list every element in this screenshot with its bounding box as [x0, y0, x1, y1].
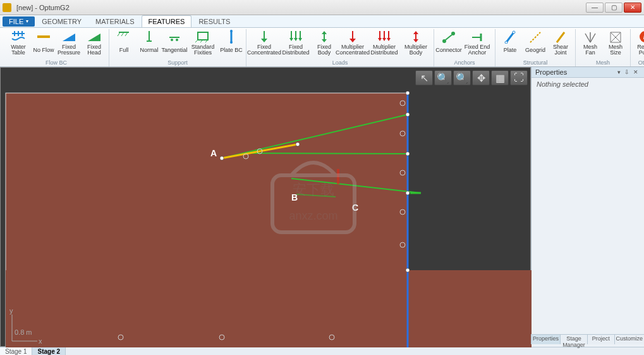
fixed-concentrated-button[interactable]: Fixed Concentrated	[249, 29, 279, 56]
label-a: A	[210, 148, 217, 158]
tab-materials[interactable]: MATERIALS	[88, 15, 142, 27]
tab-geometry[interactable]: GEOMETRY	[35, 15, 88, 27]
multiplier-concentrated-button[interactable]: Multiplier Concentrated	[337, 29, 368, 56]
svg-line-26	[446, 35, 452, 40]
multiplier-distributed-button[interactable]: Multiplier Distributed	[369, 29, 399, 56]
geogrid-label: Geogrid	[525, 44, 545, 56]
workzone: A B C 安下载 anxz.com yx 0.8 m ↖🔍🔍✥▦⛶ Prope…	[0, 67, 644, 347]
svg-text:anxz.com: anxz.com	[289, 209, 337, 222]
fixed-pressure-button[interactable]: Fixed Pressure	[57, 29, 81, 56]
grid-toggle[interactable]: ▦	[491, 70, 509, 85]
mesh-size-button[interactable]: Mesh Size	[604, 29, 628, 56]
properties-header: Properties ▾ ⇩ ✕	[532, 67, 644, 78]
arrow-down-icon	[345, 30, 360, 44]
tangential-label: Tangential	[161, 44, 187, 56]
svg-point-52	[406, 113, 410, 116]
group-label: Mesh	[596, 59, 610, 66]
svg-line-43	[245, 153, 408, 154]
group-label: Support	[167, 59, 188, 66]
support-full-icon	[116, 30, 131, 44]
water-table-icon	[11, 30, 26, 44]
water-table-button[interactable]: Water Table	[6, 29, 30, 56]
pan[interactable]: ✥	[472, 70, 490, 85]
shear-icon	[553, 30, 568, 44]
footer-tab-stage-manager[interactable]: Stage Manager	[560, 335, 587, 344]
tab-features[interactable]: FEATURES	[142, 15, 192, 27]
full-button[interactable]: Full	[112, 29, 136, 56]
group-loads: Fixed ConcentratedFixed DistributedFixed…	[246, 29, 434, 66]
ribbon: Water TableNo FlowFixed PressureFixed He…	[0, 28, 644, 67]
fixed-distributed-button[interactable]: Fixed Distributed	[281, 29, 311, 56]
zoom-in[interactable]: 🔍	[434, 70, 452, 85]
zoom-window[interactable]: 🔍	[453, 70, 471, 85]
plate-bc-button[interactable]: Plate BC	[219, 29, 243, 56]
fixed-concentrated-label: Fixed Concentrated	[247, 44, 281, 56]
fixed-distributed-label: Fixed Distributed	[281, 44, 311, 56]
fixed-body-button[interactable]: Fixed Body	[312, 29, 336, 56]
result-point-button[interactable]: nResult Point	[633, 29, 644, 56]
file-menu[interactable]: FILE	[3, 16, 35, 27]
connector-button[interactable]: Connector	[437, 29, 461, 56]
multiplier-concentrated-label: Multiplier Concentrated	[336, 44, 370, 56]
properties-title: Properties	[535, 68, 567, 76]
canvas[interactable]: A B C 安下载 anxz.com yx 0.8 m ↖🔍🔍✥▦⛶	[0, 67, 531, 347]
stage-tab-stage-2[interactable]: Stage 2	[32, 347, 66, 355]
mesh-fan-button[interactable]: Mesh Fan	[578, 29, 602, 56]
geogrid-button[interactable]: Geogrid	[523, 29, 547, 56]
svg-point-49	[220, 156, 224, 160]
svg-line-34	[585, 34, 590, 42]
wedge-blue-icon	[61, 30, 76, 44]
connector-icon	[441, 30, 456, 44]
svg-line-10	[195, 40, 198, 42]
multiplier-body-label: Multiplier Body	[401, 44, 431, 56]
fixed-end-anchor-label: Fixed End Anchor	[462, 44, 492, 56]
footer-tab-customize[interactable]: Customize	[614, 335, 645, 344]
standard-fixities-button[interactable]: Standard Fixities	[188, 29, 218, 56]
svg-rect-9	[198, 32, 208, 40]
mesh-fan-label: Mesh Fan	[578, 44, 602, 56]
fit[interactable]: ⛶	[510, 70, 528, 85]
full-label: Full	[119, 44, 129, 56]
svg-text:y: y	[9, 307, 13, 315]
water-table-label: Water Table	[6, 44, 30, 56]
tab-results[interactable]: RESULTS	[191, 15, 237, 27]
multiplier-body-button[interactable]: Multiplier Body	[401, 29, 431, 56]
svg-point-15	[230, 41, 233, 44]
stage-tab-stage-1[interactable]: Stage 1	[0, 347, 32, 355]
arrows-down-icon	[377, 30, 392, 44]
maximize-button[interactable]: ▢	[605, 3, 623, 13]
viewport-toolbar: ↖🔍🔍✥▦⛶	[415, 70, 528, 85]
minimize-button[interactable]: —	[586, 3, 604, 13]
mesh-size-icon	[608, 30, 623, 44]
arrow-down-icon	[257, 30, 272, 44]
no-flow-button[interactable]: No Flow	[32, 29, 56, 56]
group-anchors: ConnectorFixed End AnchorAnchors	[434, 29, 495, 66]
footer-tab-project[interactable]: Project	[587, 335, 614, 344]
fixed-body-label: Fixed Body	[312, 44, 336, 56]
svg-text:x: x	[39, 337, 42, 345]
arrow-tool[interactable]: ↖	[415, 70, 433, 85]
shear-joint-button[interactable]: Shear Joint	[549, 29, 573, 56]
tangential-button[interactable]: Tangential	[162, 29, 186, 56]
properties-close-icon[interactable]: ✕	[633, 69, 638, 75]
group-label: Other	[638, 59, 644, 66]
svg-point-31	[513, 31, 515, 34]
properties-pin-icon[interactable]: ⇩	[624, 69, 629, 75]
footer-tab-properties[interactable]: Properties	[531, 335, 560, 344]
anchor-icon	[470, 30, 485, 44]
arrow-updown-icon	[408, 30, 423, 44]
normal-button[interactable]: Normal	[137, 29, 161, 56]
canvas-svg[interactable]: A B C 安下载 anxz.com yx 0.8 m	[1, 68, 532, 347]
fixed-end-anchor-button[interactable]: Fixed End Anchor	[462, 29, 492, 56]
svg-rect-0	[37, 35, 50, 38]
normal-label: Normal	[140, 44, 158, 56]
properties-dropdown-icon[interactable]: ▾	[617, 69, 621, 75]
plate-icon	[502, 30, 518, 44]
properties-panel: Properties ▾ ⇩ ✕ Nothing selected	[531, 67, 644, 347]
svg-line-29	[506, 32, 514, 42]
plate-button[interactable]: Plate	[498, 29, 522, 56]
fixed-head-button[interactable]: Fixed Head	[82, 29, 106, 56]
multiplier-distributed-label: Multiplier Distributed	[369, 44, 399, 56]
close-button[interactable]: ✕	[624, 3, 641, 13]
svg-point-14	[230, 30, 233, 32]
